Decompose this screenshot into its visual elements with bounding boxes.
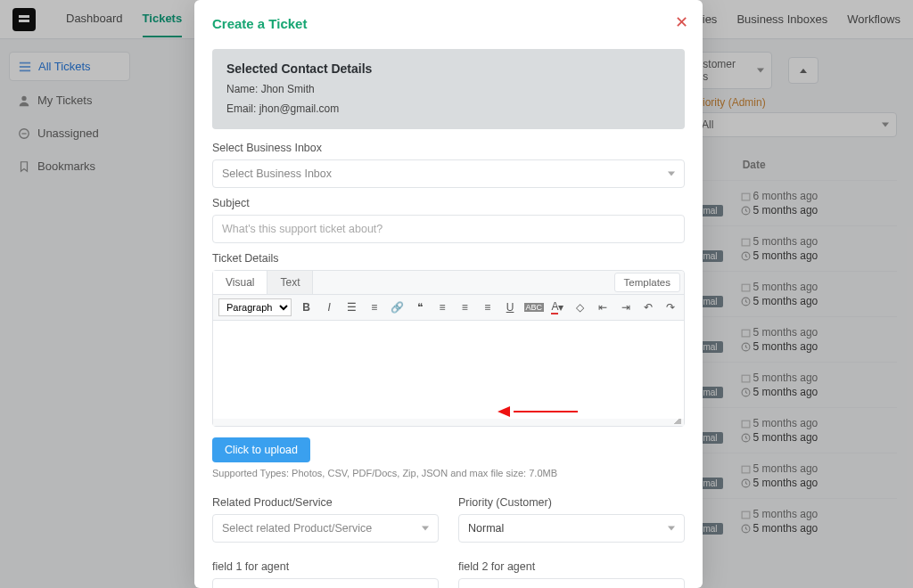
priority-customer-select[interactable]: Normal <box>458 514 685 543</box>
undo-icon[interactable]: ↶ <box>640 298 655 316</box>
editor-toolbar: Paragraph B I ☰ ≡ 🔗 ❝ ≡ ≡ ≡ U ABC A ▾ ◇ … <box>213 295 684 321</box>
priority-customer-label: Priority (Customer) <box>458 496 685 509</box>
contact-email-value: jhon@gmail.com <box>259 102 340 115</box>
link-icon[interactable]: 🔗 <box>390 298 405 316</box>
contact-name-value: Jhon Smith <box>261 83 315 95</box>
field2-label: field 2 for agent <box>458 560 685 573</box>
redo-icon[interactable]: ↷ <box>663 298 679 316</box>
upload-button[interactable]: Click to upload <box>212 437 310 462</box>
contact-name-label: Name: <box>226 83 258 95</box>
subject-label: Subject <box>212 197 685 209</box>
related-product-select[interactable]: Select related Product/Service <box>212 514 439 543</box>
clear-format-icon[interactable]: ◇ <box>572 298 588 316</box>
editor-body[interactable] <box>213 321 684 419</box>
indent-icon[interactable]: ⇥ <box>618 298 633 316</box>
editor-tab-text[interactable]: Text <box>267 271 313 294</box>
modal-title: Create a Ticket <box>212 16 685 31</box>
supported-types-text: Supported Types: Photos, CSV, PDF/Docs, … <box>212 468 685 478</box>
outdent-icon[interactable]: ⇤ <box>596 298 611 316</box>
business-inbox-label: Select Business Inbox <box>212 142 685 154</box>
numbered-list-icon[interactable]: ≡ <box>366 298 382 316</box>
quote-icon[interactable]: ❝ <box>412 298 427 316</box>
templates-button[interactable]: Templates <box>614 273 680 292</box>
contact-details-header: Selected Contact Details <box>226 61 670 76</box>
field1-label: field 1 for agent <box>212 560 439 573</box>
field1-input[interactable] <box>212 578 439 588</box>
business-inbox-select[interactable]: Select Business Inbox <box>212 159 685 188</box>
italic-icon[interactable]: I <box>321 298 336 316</box>
format-select[interactable]: Paragraph <box>218 298 292 316</box>
subject-input[interactable] <box>212 215 685 243</box>
align-center-icon[interactable]: ≡ <box>457 298 473 316</box>
contact-details-box: Selected Contact Details Name: Jhon Smit… <box>212 49 685 129</box>
resize-handle-icon[interactable] <box>213 419 684 426</box>
create-ticket-modal: Create a Ticket ✕ Selected Contact Detai… <box>194 0 703 588</box>
editor-tab-visual[interactable]: Visual <box>213 271 267 294</box>
strikethrough-icon[interactable]: ABC <box>525 298 543 316</box>
field2-input[interactable] <box>458 578 685 588</box>
align-right-icon[interactable]: ≡ <box>480 298 495 316</box>
ticket-details-label: Ticket Details <box>212 252 685 265</box>
align-left-icon[interactable]: ≡ <box>434 298 449 316</box>
close-icon[interactable]: ✕ <box>675 12 688 32</box>
bullet-list-icon[interactable]: ☰ <box>344 298 359 316</box>
text-color-icon[interactable]: A ▾ <box>550 298 565 316</box>
bold-icon[interactable]: B <box>299 298 314 316</box>
ticket-details-editor: Visual Text Templates Paragraph B I ☰ ≡ … <box>212 270 685 427</box>
underline-icon[interactable]: U <box>502 298 517 316</box>
related-product-label: Related Product/Service <box>212 496 439 509</box>
contact-email-label: Email: <box>226 102 256 115</box>
